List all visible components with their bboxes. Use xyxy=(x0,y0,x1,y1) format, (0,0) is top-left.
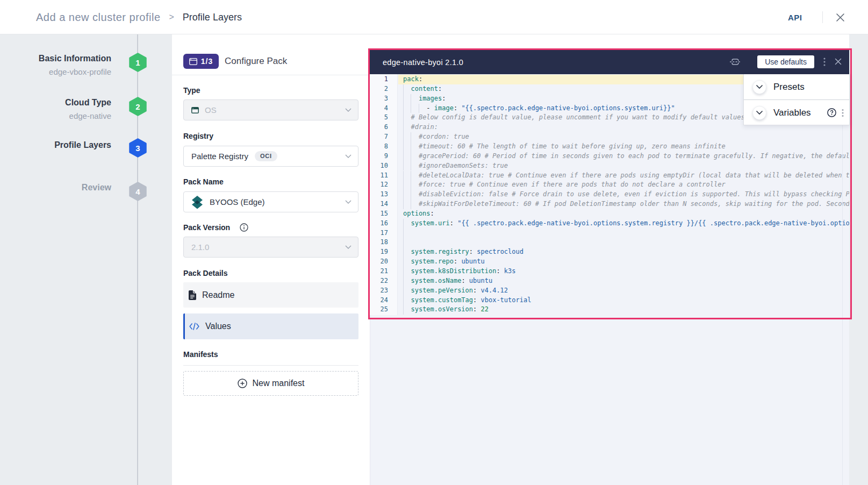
code-token-key: system.osName xyxy=(411,277,461,284)
variables-kebab-icon[interactable] xyxy=(842,109,844,117)
breadcrumb-parent[interactable]: Add a new cluster profile xyxy=(36,11,161,24)
oci-badge: OCI xyxy=(255,151,277,161)
plus-circle-icon xyxy=(238,379,247,388)
line-number: 13 xyxy=(372,190,388,199)
pack-version-label: Pack Version xyxy=(183,223,230,232)
indent-guide xyxy=(411,199,411,209)
code-token-key: image xyxy=(434,104,454,112)
readme-file-icon xyxy=(189,290,196,300)
new-manifest-label: New manifest xyxy=(253,379,305,388)
code-line xyxy=(398,238,843,247)
help-icon[interactable] xyxy=(827,108,836,117)
close-icon[interactable] xyxy=(835,12,845,22)
line-number: 4 xyxy=(372,104,388,113)
header-divider xyxy=(822,11,823,23)
line-number: 14 xyxy=(372,199,388,209)
line-number: 5 xyxy=(372,113,388,123)
tab-readme[interactable]: Readme xyxy=(183,282,358,308)
variables-row[interactable]: Variables xyxy=(744,100,849,125)
indent-guide xyxy=(403,161,404,171)
editor-header: edge-native-byoi 2.1.0 Use defaults xyxy=(370,50,849,74)
step-title: Profile Layers xyxy=(0,140,111,150)
line-number: 3 xyxy=(372,94,388,104)
byoos-pack-icon xyxy=(191,195,203,209)
step-hexagon: 4 xyxy=(129,182,147,201)
tab-readme-label: Readme xyxy=(202,290,234,300)
info-icon[interactable] xyxy=(240,223,248,232)
code-token-plain: : xyxy=(431,210,434,217)
line-number: 20 xyxy=(372,257,388,267)
indent-guide xyxy=(403,229,404,238)
code-token-key: system.peVersion xyxy=(411,287,473,294)
indent-guide xyxy=(403,84,404,94)
code-token-comment: #cordon: true xyxy=(419,133,469,140)
pack-name-select[interactable]: BYOOS (Edge) xyxy=(183,191,358,212)
pack-version-select[interactable]: 2.1.0 xyxy=(183,237,358,258)
type-select[interactable]: OS xyxy=(183,99,358,120)
form-title: Configure Pack xyxy=(225,56,287,67)
registry-value: Palette Registry xyxy=(191,152,248,161)
step-number: 3 xyxy=(129,138,147,158)
code-token-plain: : xyxy=(438,85,442,92)
presets-row[interactable]: Presets xyxy=(744,74,849,99)
tab-values[interactable]: Values xyxy=(183,313,358,339)
top-header: Add a new cluster profile > Profile Laye… xyxy=(0,0,868,34)
chevron-down-icon xyxy=(756,85,763,89)
code-line: #timeout: 60 # The length of time to wai… xyxy=(398,142,843,152)
chevron-down-icon xyxy=(345,154,351,158)
indent-guide xyxy=(403,142,404,152)
code-token-plain: : xyxy=(454,104,461,112)
indent-guide xyxy=(403,267,404,276)
registry-select[interactable]: Palette Registry OCI xyxy=(183,146,358,167)
step-hexagon: 3 xyxy=(129,138,147,158)
code-token-plain xyxy=(403,219,411,227)
editor-scrollbar-track xyxy=(842,74,843,485)
indent-guide xyxy=(403,180,404,190)
use-defaults-button[interactable]: Use defaults xyxy=(757,55,814,68)
code-token-plain xyxy=(403,267,411,275)
code-token-plain xyxy=(403,85,411,92)
indent-guide xyxy=(403,238,404,247)
editor-title: edge-native-byoi 2.1.0 xyxy=(383,58,463,67)
step-title: Basic Information xyxy=(0,53,111,63)
diff-view-icon[interactable] xyxy=(730,58,741,66)
indent-guide xyxy=(403,152,404,161)
step-number: 4 xyxy=(129,182,147,201)
indent-guide xyxy=(403,113,404,123)
kebab-menu-icon[interactable] xyxy=(823,57,826,67)
form-header: 1/3 Configure Pack xyxy=(183,54,287,69)
code-token-key: images xyxy=(419,95,442,102)
code-line: system.uri: "{{ .spectro.pack.edge-nativ… xyxy=(398,219,843,229)
api-link[interactable]: API xyxy=(788,0,802,34)
pack-name-label: Pack Name xyxy=(183,177,224,186)
code-region[interactable]: 1234567891011121314151617181920212223242… xyxy=(370,74,849,485)
indent-guide xyxy=(403,171,404,181)
code-token-plain: : xyxy=(419,75,422,83)
indent-guide xyxy=(411,152,411,161)
code-token-plain: : xyxy=(473,296,480,304)
line-number: 6 xyxy=(372,123,388,132)
variables-chevron-button[interactable] xyxy=(752,106,766,120)
code-line: #cordon: true xyxy=(398,132,843,142)
new-manifest-button[interactable]: New manifest xyxy=(183,371,358,396)
code-token-plain xyxy=(403,248,411,255)
step-subtitle: edge-native xyxy=(0,111,111,121)
step-title: Review xyxy=(0,182,111,192)
code-token-comment: #gracePeriod: 60 # Period of time in sec… xyxy=(419,152,849,160)
code-token-key: system.osVersion xyxy=(411,305,473,313)
code-token-key: content xyxy=(411,85,438,92)
code-token-str: ubuntu xyxy=(469,277,492,284)
presets-chevron-button[interactable] xyxy=(752,80,766,94)
editor-close-icon[interactable] xyxy=(835,58,842,65)
line-number: 12 xyxy=(372,180,388,190)
chevron-down-icon xyxy=(756,111,763,115)
code-token-comment: # Below config is default value, please … xyxy=(411,113,744,121)
code-token-plain: : xyxy=(469,248,477,255)
code-token-comment: #force: true # Continue even if there ar… xyxy=(419,181,726,188)
code-token-key: system.repo xyxy=(411,258,453,265)
form-header-divider xyxy=(172,75,369,75)
code-token-plain xyxy=(403,296,411,304)
pack-name-value: BYOOS (Edge) xyxy=(210,197,265,206)
indent-guide xyxy=(403,286,404,296)
variables-label: Variables xyxy=(773,108,811,118)
